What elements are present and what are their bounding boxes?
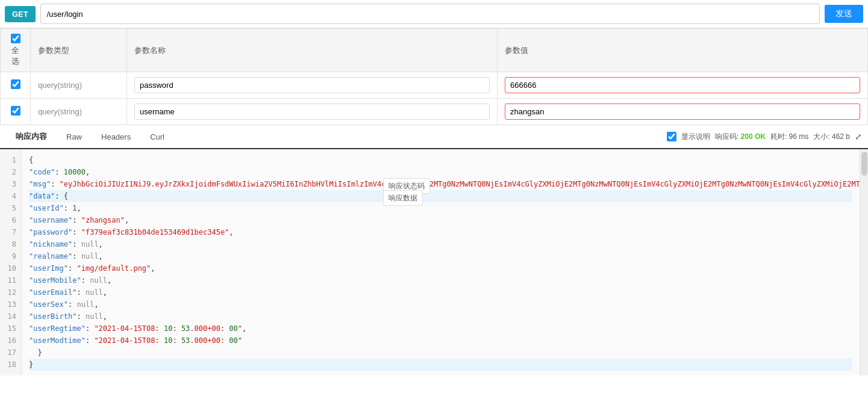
response-header: 响应内容RawHeadersCurl 显示说明 响应码: 200 OK 耗时: …: [0, 125, 868, 149]
row-name-cell-0: [127, 72, 498, 99]
code-line: "data": {: [29, 190, 852, 202]
response-tabs: 响应内容RawHeadersCurl: [6, 125, 174, 148]
line-number: 9: [0, 250, 21, 262]
code-line: "userRegtime": "2021-04-15T08: 10: 53.00…: [29, 323, 852, 335]
code-line: "nickname": null,: [29, 238, 852, 250]
row-value-input-0[interactable]: [505, 77, 860, 93]
response-tab-Headers[interactable]: Headers: [92, 126, 140, 149]
response-meta: 显示说明 响应码: 200 OK 耗时: 96 ms 大小: 462 b ⤢: [667, 132, 862, 142]
line-number: 12: [0, 286, 21, 298]
line-number: 6: [0, 214, 21, 226]
code-line: "userEmail": null,: [29, 286, 852, 298]
type-header: 参数类型: [31, 29, 127, 72]
status-code: 200 OK: [741, 132, 766, 141]
code-line: "msg": "eyJhbGciOiJIUzI1NiJ9.eyJrZXkxIjo…: [29, 178, 852, 190]
line-number: 2: [0, 166, 21, 178]
line-numbers: 123456789101112131415161718: [0, 149, 22, 375]
line-number: 14: [0, 310, 21, 323]
line-number: 8: [0, 238, 21, 250]
line-number: 1: [0, 154, 21, 166]
row-type-1: query(string): [31, 99, 127, 125]
line-number: 3: [0, 178, 21, 190]
time-label: 耗时: 96 ms: [770, 132, 808, 142]
scrollbar-thumb[interactable]: [861, 152, 867, 176]
line-number: 4: [0, 190, 21, 202]
code-line: }: [29, 347, 852, 359]
expand-icon[interactable]: ⤢: [855, 132, 862, 141]
code-line: "userId": 1,: [29, 202, 852, 214]
line-number: 17: [0, 347, 21, 359]
line-number: 13: [0, 298, 21, 310]
code-line: "userSex": null,: [29, 298, 852, 310]
response-content: 123456789101112131415161718 { "code": 10…: [0, 149, 868, 375]
show-description-checkbox[interactable]: [667, 132, 676, 141]
code-line: }: [29, 359, 852, 371]
code-area: { "code": 10000, "msg": "eyJhbGciOiJIUzI…: [22, 149, 860, 375]
size-value: 462 b: [832, 132, 850, 141]
row-checkbox-cell: [1, 99, 31, 125]
row-name-input-1[interactable]: [134, 103, 490, 120]
row-checkbox-cell: [1, 72, 31, 99]
row-checkbox-0[interactable]: [11, 79, 20, 89]
table-row: query(string): [1, 72, 868, 99]
show-description-label: 显示说明: [681, 132, 710, 142]
line-number: 15: [0, 323, 21, 335]
line-number: 7: [0, 226, 21, 238]
params-table: 全选 参数类型 参数名称 参数值 query(string) query(str…: [0, 28, 868, 125]
line-number: 16: [0, 335, 21, 347]
code-line: "userModtime": "2021-04-15T08: 10: 53.00…: [29, 335, 852, 347]
code-line: "userMobile": null,: [29, 274, 852, 286]
status-label: 响应码: 200 OK: [715, 132, 766, 142]
name-header: 参数名称: [127, 29, 498, 72]
row-value-input-1[interactable]: [505, 103, 860, 120]
row-checkbox-1[interactable]: [11, 106, 20, 116]
code-line: {: [29, 154, 852, 166]
row-value-cell-0: [498, 72, 868, 99]
row-name-cell-1: [127, 99, 498, 125]
response-tab-Curl[interactable]: Curl: [140, 126, 174, 149]
code-line: "password": "f379eaf3c831b04de153469d1be…: [29, 226, 852, 238]
row-value-cell-1: [498, 99, 868, 125]
table-row: query(string): [1, 99, 868, 125]
select-all-label: 全选: [11, 46, 19, 66]
select-all-cell: 全选: [1, 29, 31, 72]
code-line: "userImg": "img/default.png",: [29, 262, 852, 274]
size-label: 大小: 462 b: [813, 132, 850, 142]
time-value: 96 ms: [789, 132, 809, 141]
code-line: "realname": null,: [29, 250, 852, 262]
line-number: 11: [0, 274, 21, 286]
response-tab-响应内容[interactable]: 响应内容: [6, 125, 57, 149]
send-button[interactable]: 发送: [825, 5, 863, 23]
method-badge[interactable]: GET: [5, 6, 36, 22]
line-number: 10: [0, 262, 21, 274]
value-header: 参数值: [498, 29, 868, 72]
row-name-input-0[interactable]: [134, 77, 490, 93]
url-input[interactable]: [40, 4, 820, 24]
code-line: "code": 10000,: [29, 166, 852, 178]
top-bar: GET 发送: [0, 0, 868, 28]
code-line: "userBirth": null,: [29, 310, 852, 323]
code-line: "username": "zhangsan",: [29, 214, 852, 226]
scrollbar[interactable]: [860, 149, 868, 375]
line-number: 5: [0, 202, 21, 214]
line-number: 18: [0, 359, 21, 371]
response-tab-Raw[interactable]: Raw: [57, 126, 92, 149]
select-all-checkbox[interactable]: [11, 34, 20, 43]
row-type-0: query(string): [31, 72, 127, 99]
